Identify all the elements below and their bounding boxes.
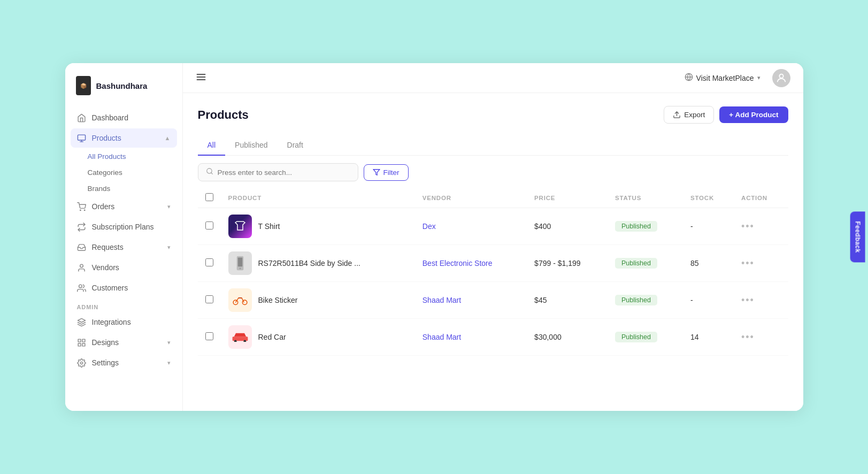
status-badge: Published <box>615 295 657 305</box>
product-image <box>228 215 252 238</box>
row-checkbox-1[interactable] <box>205 258 213 266</box>
sidebar-item-label: Products <box>92 134 121 142</box>
tabs-row: All Published Draft <box>198 135 788 156</box>
dropdown-arrow-icon: ▾ <box>757 74 761 81</box>
chevron-up-icon: ▲ <box>165 135 171 141</box>
products-subnav: All Products Categories Brands <box>71 149 177 196</box>
action-menu-button[interactable]: ••• <box>741 295 755 305</box>
svg-point-18 <box>779 74 783 78</box>
product-price: $799 - $1,199 <box>527 245 608 282</box>
product-price: $400 <box>527 208 608 245</box>
col-price: PRICE <box>527 188 608 208</box>
filter-button[interactable]: Filter <box>364 164 409 181</box>
tab-all[interactable]: All <box>198 135 226 156</box>
inbox-icon <box>77 242 87 252</box>
gear-icon <box>77 358 87 368</box>
products-table: PRODUCT VENDOR PRICE STATUS STOCK ACTION… <box>198 188 788 356</box>
product-image <box>228 325 252 349</box>
chevron-down-icon: ▾ <box>167 203 171 210</box>
tab-published[interactable]: Published <box>225 135 278 156</box>
tabs: All Published Draft <box>198 135 313 155</box>
vendor-link[interactable]: Best Electronic Store <box>423 259 493 267</box>
home-icon <box>77 113 87 123</box>
svg-marker-7 <box>78 318 85 322</box>
product-cell: Red Car <box>228 325 408 349</box>
status-badge: Published <box>615 332 657 342</box>
export-label: Export <box>684 111 705 119</box>
table-row: Red Car Shaad Mart $30,000 Published 14 … <box>198 319 788 356</box>
status-badge: Published <box>615 221 657 232</box>
product-price: $45 <box>527 282 608 319</box>
chevron-down-icon: ▾ <box>167 244 171 251</box>
sidebar-item-designs[interactable]: Designs ▾ <box>71 333 177 352</box>
product-cell: RS72R5011B4 Side by Side ... <box>228 251 408 275</box>
action-menu-button[interactable]: ••• <box>741 332 755 342</box>
sidebar-item-label: Integrations <box>92 318 131 326</box>
search-box[interactable] <box>198 163 358 181</box>
sidebar-item-label: Customers <box>92 284 128 292</box>
sidebar-item-integrations[interactable]: Integrations <box>71 312 177 332</box>
hamburger-icon[interactable] <box>196 72 206 84</box>
row-checkbox-3[interactable] <box>205 332 213 340</box>
product-name: Red Car <box>258 333 286 341</box>
sidebar-item-orders[interactable]: Orders ▾ <box>71 197 177 216</box>
main-content: Visit MarketPlace ▾ Products Export + Ad… <box>183 63 803 411</box>
sidebar-item-customers[interactable]: Customers <box>71 278 177 297</box>
svg-line-21 <box>211 173 212 174</box>
svg-rect-10 <box>82 343 85 346</box>
select-all-checkbox[interactable] <box>205 193 213 201</box>
sidebar-item-vendors[interactable]: Vendors <box>71 258 177 277</box>
product-stock: - <box>683 282 734 319</box>
tag-icon <box>77 133 87 143</box>
svg-rect-24 <box>237 258 242 267</box>
svg-point-12 <box>80 362 82 364</box>
table-row: Bike Sticker Shaad Mart $45 Published - … <box>198 282 788 319</box>
layers-icon <box>77 317 87 327</box>
col-action: ACTION <box>734 188 788 208</box>
export-button[interactable]: Export <box>664 106 714 124</box>
product-stock: 85 <box>683 245 734 282</box>
sidebar-item-subscription[interactable]: Subscription Plans <box>71 217 177 236</box>
visit-marketplace-button[interactable]: Visit MarketPlace ▾ <box>679 70 766 86</box>
action-menu-button[interactable]: ••• <box>741 258 755 269</box>
admin-section-label: ADMIN <box>71 299 177 312</box>
action-menu-button[interactable]: ••• <box>741 221 755 232</box>
topbar: Visit MarketPlace ▾ <box>183 63 803 93</box>
sidebar-item-label: Dashboard <box>92 113 129 122</box>
svg-point-6 <box>79 285 82 288</box>
sidebar-item-brands[interactable]: Brands <box>81 181 177 196</box>
vendor-link[interactable]: Shaad Mart <box>423 333 461 341</box>
svg-marker-22 <box>373 170 380 175</box>
vendor-link[interactable]: Shaad Mart <box>423 296 461 304</box>
add-product-button[interactable]: + Add Product <box>719 106 788 123</box>
add-product-label: + Add Product <box>729 111 778 119</box>
sidebar-item-settings[interactable]: Settings ▾ <box>71 353 177 372</box>
sidebar-item-all-products[interactable]: All Products <box>81 149 177 164</box>
sidebar-item-label: Requests <box>92 243 124 251</box>
feedback-tab[interactable]: Feedback <box>850 211 865 262</box>
sidebar-item-requests[interactable]: Requests ▾ <box>71 238 177 257</box>
product-name: Bike Sticker <box>258 296 298 304</box>
vendor-link[interactable]: Dex <box>423 222 436 231</box>
sidebar-item-products[interactable]: Products ▲ <box>71 128 177 148</box>
row-checkbox-2[interactable] <box>205 295 213 303</box>
users-icon <box>77 283 87 293</box>
product-cell: T Shirt <box>228 215 408 238</box>
page-header-actions: Export + Add Product <box>664 106 788 124</box>
status-badge: Published <box>615 258 657 269</box>
sidebar-item-label: Orders <box>92 202 115 211</box>
page-title: Products <box>198 108 249 122</box>
row-checkbox-0[interactable] <box>205 221 213 230</box>
sidebar-item-label: Settings <box>92 358 119 367</box>
sidebar-item-label: Vendors <box>92 263 119 272</box>
tab-draft[interactable]: Draft <box>278 135 313 156</box>
globe-icon <box>685 73 693 83</box>
svg-rect-0 <box>78 135 85 140</box>
search-input[interactable] <box>218 169 350 177</box>
sidebar-item-dashboard[interactable]: Dashboard <box>71 108 177 127</box>
sidebar-item-categories[interactable]: Categories <box>81 165 177 180</box>
chevron-down-icon: ▾ <box>167 360 171 366</box>
table-row: T Shirt Dex $400 Published - ••• <box>198 208 788 245</box>
page-content: Products Export + Add Product All Publis… <box>183 93 803 411</box>
user-avatar[interactable] <box>772 69 790 87</box>
